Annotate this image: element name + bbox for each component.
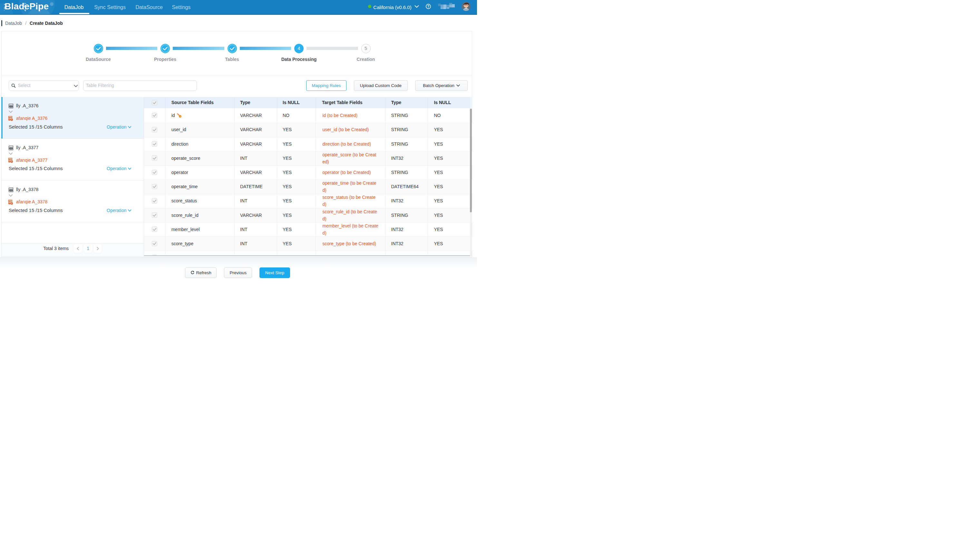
svg-text:?: ? — [427, 4, 429, 8]
